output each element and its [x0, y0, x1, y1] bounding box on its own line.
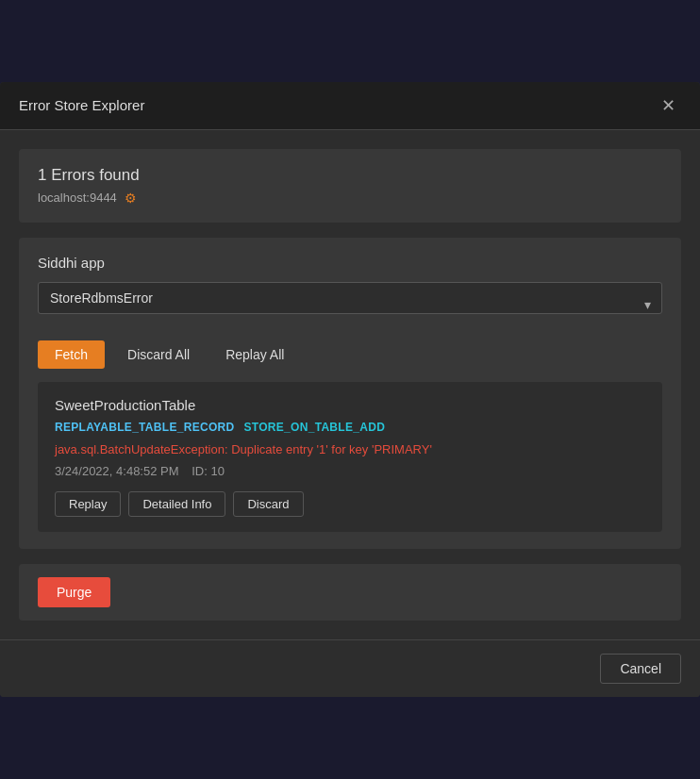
error-tags: REPLAYABLE_TABLE_RECORD STORE_ON_TABLE_A…	[55, 421, 645, 434]
tag-store-on-table: STORE_ON_TABLE_ADD	[244, 421, 386, 434]
detailed-info-button[interactable]: Detailed Info	[128, 491, 225, 517]
tag-replayable: REPLAYABLE_TABLE_RECORD	[55, 421, 235, 434]
error-store-explorer-dialog: Error Store Explorer ✕ 1 Errors found lo…	[0, 82, 700, 697]
purge-button[interactable]: Purge	[38, 577, 110, 607]
dialog-footer: Cancel	[0, 639, 700, 697]
app-select[interactable]: StoreRdbmsError	[38, 282, 662, 314]
error-meta: 3/24/2022, 4:48:52 PM ID: 10	[55, 464, 645, 478]
error-actions: Replay Detailed Info Discard	[55, 491, 645, 517]
replay-button[interactable]: Replay	[55, 491, 121, 517]
dialog-body: 1 Errors found localhost:9444 ⚙ Siddhi a…	[0, 130, 700, 639]
action-buttons: Fetch Discard All Replay All	[38, 340, 662, 369]
replay-all-button[interactable]: Replay All	[212, 340, 297, 369]
close-button[interactable]: ✕	[656, 95, 681, 116]
fetch-button[interactable]: Fetch	[38, 340, 105, 369]
errors-found-section: 1 Errors found localhost:9444 ⚙	[19, 149, 681, 223]
dialog-header: Error Store Explorer ✕	[0, 82, 700, 130]
server-label: localhost:9444	[38, 191, 117, 205]
app-select-wrapper: StoreRdbmsError	[38, 282, 662, 327]
error-timestamp: 3/24/2022, 4:48:52 PM	[55, 464, 179, 478]
error-card: SweetProductionTable REPLAYABLE_TABLE_RE…	[38, 382, 662, 532]
error-id: ID: 10	[192, 464, 225, 478]
errors-count-label: 1 Errors found	[38, 166, 662, 185]
error-message: java.sql.BatchUpdateException: Duplicate…	[55, 441, 645, 458]
error-table-name: SweetProductionTable	[55, 397, 645, 413]
errors-container: SweetProductionTable REPLAYABLE_TABLE_RE…	[38, 382, 662, 532]
cancel-button[interactable]: Cancel	[600, 654, 681, 684]
dialog-title: Error Store Explorer	[19, 97, 144, 113]
discard-all-button[interactable]: Discard All	[114, 340, 203, 369]
siddhi-app-section: Siddhi app StoreRdbmsError Fetch Discard…	[19, 238, 681, 549]
purge-section: Purge	[19, 564, 681, 621]
siddhi-app-label: Siddhi app	[38, 255, 662, 271]
discard-button[interactable]: Discard	[233, 491, 303, 517]
server-row: localhost:9444 ⚙	[38, 191, 662, 206]
gear-icon[interactable]: ⚙	[125, 191, 137, 206]
